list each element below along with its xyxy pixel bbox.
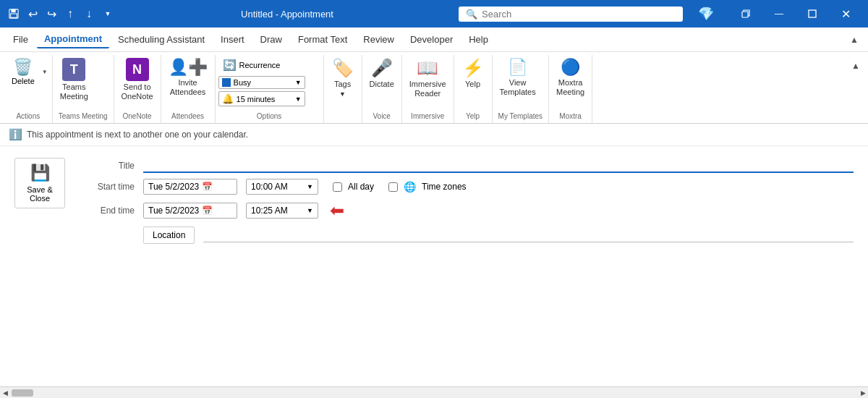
location-row: Location <box>77 226 854 244</box>
start-date-picker[interactable]: Tue 5/2/2023 📅 <box>143 179 237 195</box>
delete-button[interactable]: 🗑️ Delete <box>7 55 39 88</box>
status-dropdown[interactable]: Busy ▼ <box>218 76 305 89</box>
onenote-icon: N <box>126 58 149 81</box>
menu-draw[interactable]: Draw <box>253 31 289 48</box>
ribbon-group-immersive: 📖 ImmersiveReader Immersive <box>402 55 454 123</box>
red-arrow-icon: ⬅ <box>330 200 344 221</box>
end-time-value: 10:25 AM <box>251 206 288 216</box>
search-icon: 🔍 <box>466 9 477 20</box>
gem-icon[interactable]: 💎 <box>693 0 719 27</box>
start-time-picker[interactable]: 10:00 AM ▼ <box>246 179 318 195</box>
start-date-value: Tue 5/2/2023 <box>148 182 199 192</box>
onenote-group-label: OneNote <box>117 111 158 123</box>
menu-appointment[interactable]: Appointment <box>37 30 109 48</box>
restore-down-button[interactable] <box>729 0 762 27</box>
save-close-label: Save &Close <box>27 185 52 203</box>
tags-group-label <box>327 119 359 123</box>
form-fields: Title Start time Tue 5/2/2023 📅 10:00 AM… <box>77 158 854 375</box>
ribbon-group-options: 🔄 Recurrence Busy ▼ 🔔 15 minutes ▼ <box>216 55 324 123</box>
start-time-row: Start time Tue 5/2/2023 📅 10:00 AM ▼ All… <box>77 179 854 195</box>
notification-bar: ℹ️ This appointment is next to another o… <box>0 124 868 146</box>
calendar-icon-start: 📅 <box>202 182 213 192</box>
title-bar: ↩ ↪ ↑ ↓ ▼ Untitled - Appointment 🔍 💎 — <box>0 0 868 27</box>
title-row: Title <box>77 158 854 173</box>
title-input[interactable] <box>143 158 854 173</box>
all-day-checkbox[interactable] <box>333 182 342 192</box>
teams-group-label: Teams Meeting <box>56 111 111 123</box>
window-title: Untitled - Appointment <box>120 9 454 20</box>
reminder-dropdown[interactable]: 🔔 15 minutes ▼ <box>218 91 305 106</box>
immersive-group-label: Immersive <box>405 111 451 123</box>
location-input[interactable] <box>203 228 854 242</box>
yelp-button[interactable]: ⚡ Yelp <box>457 55 489 92</box>
end-time-picker[interactable]: 10:25 AM ▼ <box>246 203 318 219</box>
tags-icon: 🏷️ <box>332 58 354 78</box>
status-indicator <box>222 78 231 87</box>
up-icon[interactable]: ↑ <box>62 6 78 22</box>
menu-insert[interactable]: Insert <box>213 31 252 48</box>
menu-review[interactable]: Review <box>356 31 401 48</box>
attendees-group-label: Attendees <box>164 111 212 123</box>
yelp-icon: ⚡ <box>462 58 484 78</box>
ribbon-expand-icon[interactable]: ▲ <box>848 58 864 74</box>
scroll-right-arrow[interactable]: ▶ <box>858 387 868 399</box>
ribbon-group-actions: 🗑️ Delete ▼ Actions <box>4 55 53 123</box>
time-zones-label[interactable]: Time zones <box>422 182 467 192</box>
down-icon[interactable]: ↓ <box>81 6 97 22</box>
book-icon: 📖 <box>417 58 438 78</box>
reminder-dropdown-arrow: ▼ <box>295 96 302 103</box>
search-input[interactable] <box>482 9 655 20</box>
menu-help[interactable]: Help <box>461 31 495 48</box>
all-day-label[interactable]: All day <box>348 182 374 192</box>
time-zones-checkbox[interactable] <box>388 182 398 192</box>
ribbon-group-onenote: N Send toOneNote OneNote <box>114 55 161 123</box>
save-icon[interactable] <box>6 6 22 22</box>
menu-scheduling[interactable]: Scheduling Assistant <box>111 31 212 48</box>
maximize-button[interactable] <box>796 0 829 27</box>
svg-rect-4 <box>809 10 816 17</box>
voice-group-label: Voice <box>365 111 399 123</box>
end-time-dropdown-arrow: ▼ <box>307 207 313 214</box>
tags-button[interactable]: 🏷️ Tags ▼ <box>327 55 359 101</box>
menu-file[interactable]: File <box>6 31 35 48</box>
send-to-onenote-button[interactable]: N Send toOneNote <box>117 55 158 104</box>
redo-icon[interactable]: ↪ <box>43 6 59 22</box>
ribbon-collapse-icon[interactable]: ▲ <box>846 32 862 48</box>
quick-access-dropdown[interactable]: ▼ <box>100 6 116 22</box>
tags-dropdown-arrow: ▼ <box>339 90 346 98</box>
form-area: 💾 Save &Close Title Start time Tue 5/2/2… <box>0 146 868 386</box>
all-day-container: All day <box>333 182 374 192</box>
yelp-group-label: Yelp <box>457 111 489 123</box>
search-box[interactable]: 🔍 <box>459 7 683 22</box>
menu-developer[interactable]: Developer <box>403 31 460 48</box>
moxtra-group-label: Moxtra <box>552 111 589 123</box>
ribbon: 🗑️ Delete ▼ Actions T TeamsMeeting Teams… <box>0 52 868 124</box>
ribbon-group-tags: 🏷️ Tags ▼ <box>324 55 362 123</box>
view-templates-button[interactable]: 📄 ViewTemplates <box>495 55 540 100</box>
svg-rect-3 <box>742 12 748 17</box>
scroll-thumb[interactable] <box>12 389 33 397</box>
time-zones-container: 🌐 Time zones <box>388 181 467 192</box>
teams-meeting-button[interactable]: T TeamsMeeting <box>56 55 93 104</box>
save-close-button[interactable]: 💾 Save &Close <box>14 158 65 208</box>
microphone-icon: 🎤 <box>371 58 393 78</box>
minimize-button[interactable]: — <box>762 0 796 27</box>
horizontal-scrollbar[interactable]: ◀ ▶ <box>0 386 868 398</box>
save-close-icon: 💾 <box>30 164 50 182</box>
my-templates-group-label: My Templates <box>495 111 546 123</box>
ribbon-group-teams: T TeamsMeeting Teams Meeting <box>53 55 114 123</box>
location-button[interactable]: Location <box>143 226 195 244</box>
dictate-button[interactable]: 🎤 Dictate <box>365 55 399 92</box>
close-button[interactable]: ✕ <box>829 0 862 27</box>
undo-icon[interactable]: ↩ <box>25 6 41 22</box>
moxtra-meeting-button[interactable]: 🔵 MoxtraMeeting <box>552 55 589 100</box>
menu-format-text[interactable]: Format Text <box>291 31 354 48</box>
recurrence-button[interactable]: 🔄 Recurrence <box>218 56 305 74</box>
delete-dropdown[interactable]: ▼ <box>41 67 49 77</box>
scroll-left-arrow[interactable]: ◀ <box>0 387 10 399</box>
immersive-reader-button[interactable]: 📖 ImmersiveReader <box>405 55 451 101</box>
invite-attendees-button[interactable]: 👤➕ InviteAttendees <box>164 55 212 100</box>
teams-icon: T <box>62 58 85 81</box>
end-date-picker[interactable]: Tue 5/2/2023 📅 <box>143 203 237 219</box>
end-time-row: End time Tue 5/2/2023 📅 10:25 AM ▼ ⬅ <box>77 200 854 221</box>
